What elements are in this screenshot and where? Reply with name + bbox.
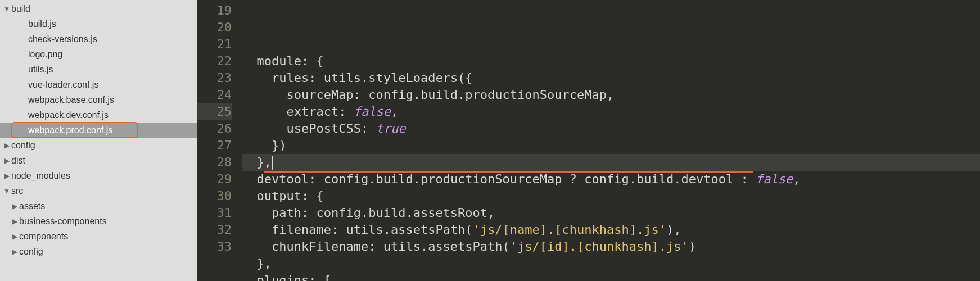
line-number: 26 (197, 120, 232, 137)
code-token: output (242, 189, 301, 203)
code-line[interactable]: usePostCSS: true (242, 120, 980, 137)
file-item[interactable]: check-versions.js (0, 31, 197, 47)
code-token: : config.build.assetsRoot, (301, 206, 495, 220)
tree-item-label: config (11, 140, 35, 151)
file-tree-sidebar[interactable]: ▼buildbuild.jscheck-versions.jslogo.pngu… (0, 0, 197, 281)
code-line[interactable]: }) (242, 137, 980, 154)
folder-item[interactable]: ▶dist (0, 153, 197, 168)
code-line[interactable]: rules: utils.styleLoaders({ (242, 70, 980, 87)
file-item[interactable]: vue-loader.conf.js (0, 77, 197, 92)
triangle-right-icon[interactable]: ▶ (11, 217, 18, 225)
code-token: 'js/[id].[chunkhash].js' (510, 239, 689, 253)
code-token: sourceMap (242, 88, 354, 102)
triangle-down-icon[interactable]: ▼ (3, 5, 10, 13)
triangle-right-icon[interactable]: ▶ (11, 248, 18, 256)
tree-item-label: logo.png (28, 49, 62, 60)
code-content[interactable]: module: { rules: utils.styleLoaders({ so… (242, 0, 980, 281)
folder-item[interactable]: ▶node_modules (0, 168, 197, 183)
tree-item-label: webpack.dev.conf.js (28, 110, 109, 120)
code-token: ), (666, 223, 681, 237)
line-number: 33 (197, 238, 232, 255)
triangle-right-icon[interactable]: ▶ (3, 157, 10, 165)
tree-item-label: assets (19, 201, 45, 211)
folder-item[interactable]: ▶components (0, 229, 197, 244)
code-token: module (242, 54, 301, 68)
code-token: plugins (242, 273, 309, 281)
code-line[interactable]: module: { (242, 53, 980, 70)
code-token: filename (242, 223, 331, 237)
code-line[interactable]: filename: utils.assetsPath('js/[name].[c… (242, 221, 980, 238)
folder-item[interactable]: ▶config (0, 138, 197, 153)
triangle-right-icon[interactable]: ▶ (11, 233, 18, 241)
tree-item-label: dist (11, 156, 25, 166)
code-line[interactable]: devtool: config.build.productionSourceMa… (242, 171, 980, 188)
code-token: : { (301, 189, 324, 203)
file-item[interactable]: build.js (0, 16, 197, 31)
code-token: 'js/[name].[chunkhash].js' (473, 223, 666, 237)
tree-item-label: build (11, 4, 30, 14)
file-item[interactable]: webpack.base.conf.js (0, 92, 197, 107)
line-number: 29 (197, 171, 232, 188)
folder-item[interactable]: ▶business-components (0, 214, 197, 229)
folder-item[interactable]: ▼src (0, 183, 197, 198)
code-token: usePostCSS (242, 121, 361, 135)
file-item[interactable]: utils.js (0, 62, 197, 77)
file-item[interactable]: webpack.prod.conf.js (0, 123, 197, 138)
line-number: 19 (197, 2, 232, 19)
folder-item[interactable]: ▶config (0, 244, 197, 259)
code-line[interactable]: path: config.build.assetsRoot, (242, 205, 980, 221)
line-number: 21 (197, 36, 232, 53)
line-number: 30 (197, 188, 232, 205)
code-line[interactable]: }, (242, 255, 980, 272)
line-number-gutter: 192021222324252627282930313233 (197, 0, 242, 281)
line-number: 24 (197, 87, 232, 103)
code-line[interactable]: }, (242, 154, 980, 171)
line-number: 25 (197, 103, 232, 120)
tree-item-label: utils.js (28, 65, 53, 75)
file-item[interactable]: logo.png (0, 47, 197, 62)
triangle-right-icon[interactable]: ▶ (3, 172, 10, 180)
code-token: : utils.styleLoaders({ (309, 71, 472, 85)
code-token: }, (242, 256, 272, 270)
code-line[interactable]: plugins: [ (242, 272, 980, 281)
code-token: extract (242, 105, 338, 119)
code-token: : (361, 121, 376, 135)
folder-item[interactable]: ▼build (0, 1, 197, 16)
code-token: : utils.assetsPath( (331, 223, 473, 237)
triangle-right-icon[interactable]: ▶ (3, 142, 10, 149)
code-token: chunkFilename (242, 239, 368, 253)
line-number: 22 (197, 53, 232, 70)
code-token: }, (242, 155, 272, 169)
code-token: }) (242, 138, 286, 152)
tree-item-label: node_modules (11, 171, 70, 181)
code-token: path (242, 206, 301, 220)
code-token: , (793, 172, 800, 186)
highlight-underline (264, 171, 753, 173)
tree-item-label: components (19, 232, 68, 242)
line-number: 23 (197, 70, 232, 87)
code-token: true (376, 121, 405, 135)
code-token: devtool (242, 172, 309, 186)
tree-item-label: webpack.prod.conf.js (28, 125, 112, 135)
tree-item-label: config (19, 247, 43, 257)
code-line[interactable]: output: { (242, 188, 980, 205)
code-token: false (756, 172, 793, 186)
code-token: : utils.assetsPath( (368, 239, 510, 253)
code-token: : config.build.productionSourceMap, (354, 88, 615, 102)
tree-item-label: src (11, 186, 23, 196)
line-number: 32 (197, 221, 232, 238)
code-line[interactable]: sourceMap: config.build.productionSource… (242, 87, 980, 103)
code-token: : (338, 105, 354, 119)
code-line[interactable]: chunkFilename: utils.assetsPath('js/[id]… (242, 238, 980, 255)
triangle-down-icon[interactable]: ▼ (3, 187, 10, 195)
tree-item-label: check-versions.js (28, 34, 97, 44)
file-item[interactable]: webpack.dev.conf.js (0, 107, 197, 123)
text-cursor (272, 156, 273, 170)
code-token: , (391, 105, 398, 119)
code-token: false (354, 105, 391, 119)
code-line[interactable]: extract: false, (242, 103, 980, 120)
code-token: : [ (309, 273, 331, 281)
triangle-right-icon[interactable]: ▶ (11, 202, 18, 210)
code-editor[interactable]: 192021222324252627282930313233 module: {… (197, 0, 980, 281)
folder-item[interactable]: ▶assets (0, 198, 197, 214)
